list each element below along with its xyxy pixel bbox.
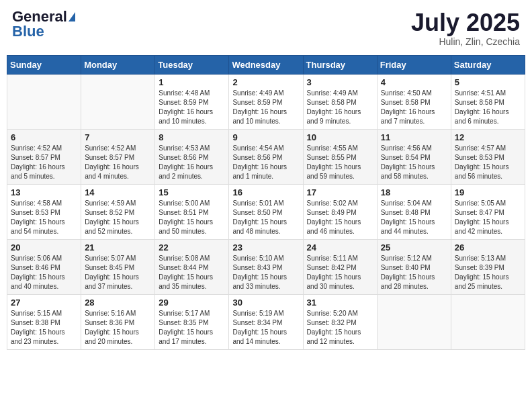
day-number: 16 xyxy=(232,187,299,197)
day-info: Sunrise: 5:08 AM Sunset: 8:44 PM Dayligh… xyxy=(159,254,225,291)
calendar-day-cell: 28Sunrise: 5:16 AM Sunset: 8:36 PM Dayli… xyxy=(81,294,155,349)
day-info: Sunrise: 4:54 AM Sunset: 8:56 PM Dayligh… xyxy=(232,144,299,181)
calendar-day-cell: 13Sunrise: 4:58 AM Sunset: 8:53 PM Dayli… xyxy=(7,184,81,239)
calendar-day-cell: 26Sunrise: 5:13 AM Sunset: 8:39 PM Dayli… xyxy=(451,239,525,294)
day-info: Sunrise: 4:48 AM Sunset: 8:59 PM Dayligh… xyxy=(159,89,225,126)
calendar-day-cell: 25Sunrise: 5:12 AM Sunset: 8:40 PM Dayli… xyxy=(377,239,451,294)
day-info: Sunrise: 4:52 AM Sunset: 8:57 PM Dayligh… xyxy=(11,144,77,181)
day-info: Sunrise: 4:51 AM Sunset: 8:58 PM Dayligh… xyxy=(455,89,521,126)
calendar-day-cell: 12Sunrise: 4:57 AM Sunset: 8:53 PM Dayli… xyxy=(451,129,525,184)
calendar-day-cell: 31Sunrise: 5:20 AM Sunset: 8:32 PM Dayli… xyxy=(303,294,377,349)
day-of-week-header: Friday xyxy=(377,55,451,74)
day-number: 26 xyxy=(455,242,521,253)
calendar-week-row: 6Sunrise: 4:52 AM Sunset: 8:57 PM Daylig… xyxy=(7,129,525,184)
day-number: 28 xyxy=(85,298,151,308)
day-number: 10 xyxy=(307,132,373,142)
day-info: Sunrise: 5:06 AM Sunset: 8:46 PM Dayligh… xyxy=(11,254,77,291)
day-info: Sunrise: 5:04 AM Sunset: 8:48 PM Dayligh… xyxy=(381,199,447,236)
day-info: Sunrise: 5:02 AM Sunset: 8:49 PM Dayligh… xyxy=(307,199,373,236)
day-info: Sunrise: 5:05 AM Sunset: 8:47 PM Dayligh… xyxy=(455,199,521,236)
day-number: 14 xyxy=(85,187,151,197)
day-number: 8 xyxy=(159,132,225,142)
day-number: 17 xyxy=(307,187,373,197)
day-info: Sunrise: 4:52 AM Sunset: 8:57 PM Dayligh… xyxy=(85,144,151,181)
day-number: 22 xyxy=(159,242,225,253)
day-number: 1 xyxy=(159,77,225,87)
day-info: Sunrise: 5:17 AM Sunset: 8:35 PM Dayligh… xyxy=(159,309,225,347)
logo-line1: General xyxy=(12,9,75,24)
day-number: 19 xyxy=(455,187,521,197)
day-info: Sunrise: 4:49 AM Sunset: 8:58 PM Dayligh… xyxy=(307,89,373,126)
calendar-day-cell: 8Sunrise: 4:53 AM Sunset: 8:56 PM Daylig… xyxy=(155,129,229,184)
calendar-day-cell: 11Sunrise: 4:56 AM Sunset: 8:54 PM Dayli… xyxy=(377,129,451,184)
day-number: 29 xyxy=(159,298,225,308)
day-number: 13 xyxy=(11,187,77,197)
day-info: Sunrise: 5:10 AM Sunset: 8:43 PM Dayligh… xyxy=(232,254,299,291)
calendar-day-cell xyxy=(81,74,155,129)
day-info: Sunrise: 5:12 AM Sunset: 8:40 PM Dayligh… xyxy=(381,254,447,291)
day-number: 25 xyxy=(381,242,447,253)
calendar-day-cell: 7Sunrise: 4:52 AM Sunset: 8:57 PM Daylig… xyxy=(81,129,155,184)
day-info: Sunrise: 5:01 AM Sunset: 8:50 PM Dayligh… xyxy=(232,199,299,236)
month-title: July 2025 xyxy=(411,9,520,36)
day-info: Sunrise: 5:16 AM Sunset: 8:36 PM Dayligh… xyxy=(85,309,151,347)
calendar-day-cell: 6Sunrise: 4:52 AM Sunset: 8:57 PM Daylig… xyxy=(7,129,81,184)
calendar-table: SundayMondayTuesdayWednesdayThursdayFrid… xyxy=(7,55,525,350)
day-of-week-header: Monday xyxy=(81,55,155,74)
calendar-day-cell: 16Sunrise: 5:01 AM Sunset: 8:50 PM Dayli… xyxy=(229,184,303,239)
day-info: Sunrise: 4:59 AM Sunset: 8:52 PM Dayligh… xyxy=(85,199,151,236)
calendar-day-cell: 21Sunrise: 5:07 AM Sunset: 8:45 PM Dayli… xyxy=(81,239,155,294)
calendar-header-row: SundayMondayTuesdayWednesdayThursdayFrid… xyxy=(7,55,525,74)
day-of-week-header: Tuesday xyxy=(155,55,229,74)
calendar-week-row: 20Sunrise: 5:06 AM Sunset: 8:46 PM Dayli… xyxy=(7,239,525,294)
day-number: 23 xyxy=(232,242,299,253)
day-number: 7 xyxy=(85,132,151,142)
title-area: July 2025 Hulin, Zlin, Czechia xyxy=(411,9,520,47)
day-info: Sunrise: 5:15 AM Sunset: 8:38 PM Dayligh… xyxy=(11,309,77,347)
calendar-week-row: 27Sunrise: 5:15 AM Sunset: 8:38 PM Dayli… xyxy=(7,294,525,349)
day-number: 4 xyxy=(381,77,447,87)
calendar-day-cell: 22Sunrise: 5:08 AM Sunset: 8:44 PM Dayli… xyxy=(155,239,229,294)
day-info: Sunrise: 4:56 AM Sunset: 8:54 PM Dayligh… xyxy=(381,144,447,181)
day-number: 6 xyxy=(11,132,77,142)
day-number: 27 xyxy=(11,298,77,308)
logo-blue-text: Blue xyxy=(12,24,44,39)
day-info: Sunrise: 4:50 AM Sunset: 8:58 PM Dayligh… xyxy=(381,89,447,126)
location-subtitle: Hulin, Zlin, Czechia xyxy=(411,36,520,47)
day-info: Sunrise: 4:53 AM Sunset: 8:56 PM Dayligh… xyxy=(159,144,225,181)
day-info: Sunrise: 5:11 AM Sunset: 8:42 PM Dayligh… xyxy=(307,254,373,291)
calendar-day-cell: 24Sunrise: 5:11 AM Sunset: 8:42 PM Dayli… xyxy=(303,239,377,294)
logo-general-text: General xyxy=(12,9,67,24)
day-number: 3 xyxy=(307,77,373,87)
day-number: 30 xyxy=(232,298,299,308)
day-number: 31 xyxy=(307,298,373,308)
calendar-day-cell: 15Sunrise: 5:00 AM Sunset: 8:51 PM Dayli… xyxy=(155,184,229,239)
calendar-day-cell: 17Sunrise: 5:02 AM Sunset: 8:49 PM Dayli… xyxy=(303,184,377,239)
day-number: 9 xyxy=(232,132,299,142)
day-info: Sunrise: 5:13 AM Sunset: 8:39 PM Dayligh… xyxy=(455,254,521,291)
calendar-day-cell: 2Sunrise: 4:49 AM Sunset: 8:59 PM Daylig… xyxy=(229,74,303,129)
calendar-day-cell: 27Sunrise: 5:15 AM Sunset: 8:38 PM Dayli… xyxy=(7,294,81,349)
logo: General Blue xyxy=(12,9,75,39)
calendar-day-cell: 10Sunrise: 4:55 AM Sunset: 8:55 PM Dayli… xyxy=(303,129,377,184)
calendar-day-cell: 5Sunrise: 4:51 AM Sunset: 8:58 PM Daylig… xyxy=(451,74,525,129)
day-number: 12 xyxy=(455,132,521,142)
calendar-day-cell: 9Sunrise: 4:54 AM Sunset: 8:56 PM Daylig… xyxy=(229,129,303,184)
calendar-day-cell: 23Sunrise: 5:10 AM Sunset: 8:43 PM Dayli… xyxy=(229,239,303,294)
day-number: 2 xyxy=(232,77,299,87)
calendar-day-cell: 29Sunrise: 5:17 AM Sunset: 8:35 PM Dayli… xyxy=(155,294,229,349)
day-number: 24 xyxy=(307,242,373,253)
calendar-day-cell xyxy=(451,294,525,349)
page-header: General Blue July 2025 Hulin, Zlin, Czec… xyxy=(7,7,525,50)
day-info: Sunrise: 4:55 AM Sunset: 8:55 PM Dayligh… xyxy=(307,144,373,181)
calendar-day-cell: 4Sunrise: 4:50 AM Sunset: 8:58 PM Daylig… xyxy=(377,74,451,129)
day-of-week-header: Saturday xyxy=(451,55,525,74)
logo-triangle-icon xyxy=(69,12,75,21)
day-info: Sunrise: 4:58 AM Sunset: 8:53 PM Dayligh… xyxy=(11,199,77,236)
calendar-day-cell: 18Sunrise: 5:04 AM Sunset: 8:48 PM Dayli… xyxy=(377,184,451,239)
calendar-day-cell: 20Sunrise: 5:06 AM Sunset: 8:46 PM Dayli… xyxy=(7,239,81,294)
calendar-week-row: 1Sunrise: 4:48 AM Sunset: 8:59 PM Daylig… xyxy=(7,74,525,129)
day-info: Sunrise: 5:20 AM Sunset: 8:32 PM Dayligh… xyxy=(307,309,373,347)
calendar-day-cell: 1Sunrise: 4:48 AM Sunset: 8:59 PM Daylig… xyxy=(155,74,229,129)
day-number: 15 xyxy=(159,187,225,197)
